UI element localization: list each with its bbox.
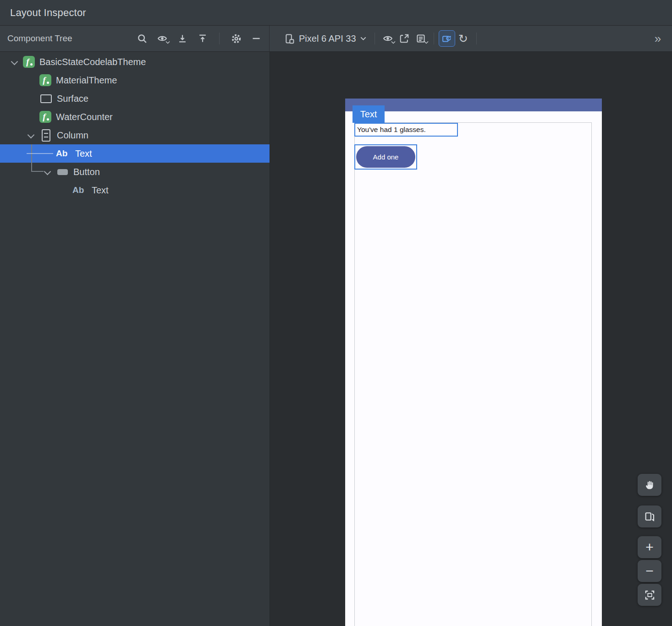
- composable-icon: f: [23, 56, 35, 68]
- text-icon: Ab: [72, 184, 87, 197]
- chevron-spacer: [39, 144, 56, 163]
- export-screenshot-icon: [399, 33, 409, 44]
- tree-node-label: BasicStateCodelabTheme: [39, 57, 146, 67]
- 3d-mode-button[interactable]: [638, 505, 661, 527]
- zoom-fit-button[interactable]: [638, 584, 661, 606]
- tree-node-basicstatecodelabtheme[interactable]: fBasicStateCodelabTheme: [0, 53, 270, 71]
- view-options-button[interactable]: [154, 30, 171, 47]
- layout-inspector-window: Layout Inspector Component Tree: [0, 0, 672, 626]
- tree-node-label: Button: [73, 167, 100, 177]
- layers-3d-icon: [644, 511, 655, 522]
- tree-node-materialtheme[interactable]: fMaterialTheme: [0, 71, 270, 89]
- hide-panel-button[interactable]: [248, 30, 264, 47]
- export-screenshot-button[interactable]: [396, 30, 413, 47]
- pan-mode-button[interactable]: [638, 474, 661, 496]
- component-tree: fBasicStateCodelabThemefMaterialThemeSur…: [0, 52, 270, 626]
- collapse-all-icon: [198, 33, 208, 44]
- add-one-button[interactable]: Add one: [356, 146, 415, 168]
- collapse-all-button[interactable]: [194, 30, 211, 47]
- live-updates-toggle[interactable]: [439, 30, 455, 47]
- more-actions-button[interactable]: »: [651, 30, 667, 47]
- toolbar-separator: [434, 33, 434, 44]
- device-canvas: Text You've had 1 glasses. Add one + −: [270, 52, 672, 626]
- highlight-options-button[interactable]: [380, 30, 396, 47]
- component-tree-toolbar: Component Tree: [0, 26, 270, 51]
- export-snapshot-button[interactable]: [413, 30, 429, 47]
- selection-tag: Text: [353, 105, 385, 123]
- chevron-down-icon[interactable]: [39, 163, 56, 181]
- zoom-in-button[interactable]: +: [638, 536, 661, 558]
- tree-toolbar-icons: [134, 30, 264, 47]
- overflow-icon: »: [655, 32, 661, 46]
- refresh-button[interactable]: ↻: [455, 30, 472, 47]
- tree-node-label: WaterCounter: [56, 112, 113, 122]
- expand-all-icon: [177, 33, 187, 44]
- tree-node-button[interactable]: Button: [0, 163, 270, 181]
- chevron-spacer: [23, 89, 39, 108]
- component-tree-label: Component Tree: [7, 33, 72, 44]
- toolbar-separator: [476, 33, 477, 44]
- device-button-selection: Add one: [354, 144, 417, 170]
- device-selector[interactable]: Pixel 6 API 33: [281, 32, 370, 46]
- search-icon: [137, 33, 147, 44]
- minus-icon: [251, 33, 261, 44]
- tree-node-watercounter[interactable]: fWaterCounter: [0, 108, 270, 126]
- chevron-down-icon[interactable]: [23, 126, 39, 144]
- device-toolbar: Pixel 6 API 33: [270, 26, 672, 51]
- chevron-spacer: [23, 71, 39, 89]
- hand-icon: [644, 479, 655, 490]
- window-title: Layout Inspector: [10, 7, 86, 19]
- zoom-out-button[interactable]: −: [638, 560, 661, 582]
- toolbar-separator: [375, 33, 375, 44]
- tree-node-text[interactable]: AbText: [0, 181, 270, 199]
- tree-node-text[interactable]: AbText: [0, 144, 270, 163]
- tree-node-column[interactable]: Column: [0, 126, 270, 144]
- expand-all-button[interactable]: [174, 30, 191, 47]
- toolbar-separator: [219, 33, 220, 44]
- tree-node-label: MaterialTheme: [56, 75, 117, 86]
- chevron-down-icon: [360, 37, 366, 40]
- chevron-down-icon: [391, 38, 396, 45]
- main-toolbar: Component Tree: [0, 26, 672, 52]
- text-icon: Ab: [56, 147, 71, 160]
- button-icon: [56, 165, 69, 178]
- surface-icon: [39, 92, 52, 105]
- chevron-spacer: [56, 181, 72, 199]
- composable-icon: f: [39, 111, 51, 123]
- search-button[interactable]: [134, 30, 150, 47]
- gear-icon: [231, 33, 242, 44]
- tree-node-label: Column: [57, 130, 88, 141]
- column-icon: [39, 129, 52, 142]
- device-text[interactable]: You've had 1 glasses.: [354, 123, 458, 137]
- composable-icon: f: [39, 74, 51, 86]
- chevron-down-icon: [424, 38, 429, 45]
- device-screen[interactable]: Text You've had 1 glasses. Add one: [345, 99, 602, 626]
- tree-node-label: Text: [75, 148, 92, 159]
- tree-node-label: Surface: [57, 93, 88, 104]
- device-phone-icon: [284, 33, 295, 44]
- chevron-spacer: [23, 108, 39, 126]
- tree-node-label: Text: [92, 185, 109, 196]
- minus-icon: −: [645, 563, 654, 579]
- fit-screen-icon: [644, 590, 655, 600]
- settings-button[interactable]: [228, 30, 244, 47]
- chevron-down-icon[interactable]: [6, 53, 23, 71]
- chevron-down-icon: [165, 38, 170, 45]
- refresh-icon: ↻: [458, 33, 468, 44]
- plus-icon: +: [645, 539, 654, 555]
- window-titlebar: Layout Inspector: [0, 0, 672, 26]
- column-bounds-outline: [354, 122, 592, 626]
- live-updates-icon: [442, 34, 452, 44]
- device-selector-label: Pixel 6 API 33: [299, 33, 356, 44]
- tree-node-surface[interactable]: Surface: [0, 89, 270, 108]
